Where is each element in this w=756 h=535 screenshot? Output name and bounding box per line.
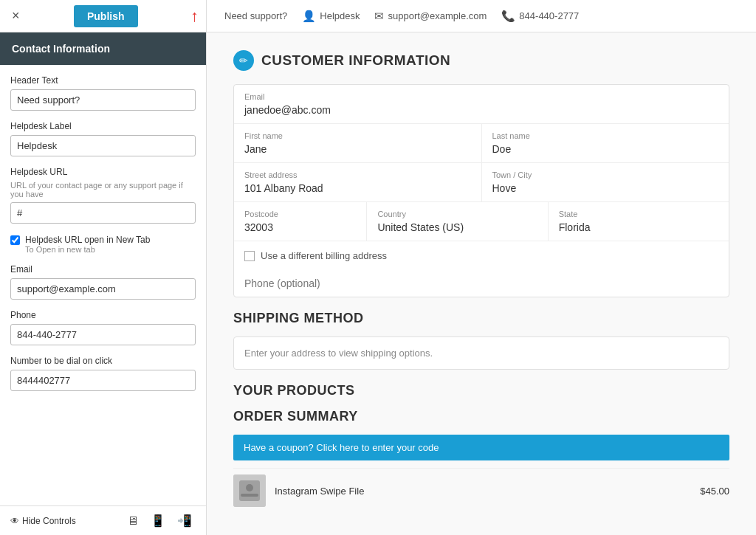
helpdesk-newtab-label: Helpdesk URL open in New Tab	[25, 235, 150, 245]
helpdesk-url-group: Helpdesk URL URL of your contact page or…	[10, 167, 196, 224]
sidebar-title: Contact Information	[0, 32, 206, 65]
header-text-label: Header Text	[10, 75, 196, 86]
email-field: Email janedoe@abc.com	[234, 85, 729, 123]
street-field: Street address 101 Albany Road	[234, 163, 482, 201]
pencil-icon: ✏	[239, 55, 248, 66]
eye-icon: 👁	[10, 516, 19, 526]
email-field-value[interactable]: janedoe@abc.com	[244, 104, 718, 116]
hide-controls-label: Hide Controls	[22, 516, 76, 526]
person-icon: 👤	[302, 10, 316, 23]
helpdesk-label-group: Helpdesk Label	[10, 121, 196, 156]
shipping-placeholder: Enter your address to view shipping opti…	[233, 336, 729, 370]
header-text-group: Header Text	[10, 75, 196, 111]
customer-section-header: ✏ CUSTOMER INFORMATION	[233, 50, 729, 71]
product-row: Instagram Swipe File $45.00	[233, 468, 729, 513]
last-name-value[interactable]: Doe	[492, 143, 719, 155]
customer-form-card: Email janedoe@abc.com First name Jane La…	[233, 84, 729, 297]
email-label: Email	[10, 264, 196, 275]
support-phone[interactable]: 844-440-2777	[519, 10, 579, 21]
street-label: Street address	[244, 170, 471, 179]
town-value[interactable]: Hove	[492, 182, 719, 194]
helpdesk-label-label: Helpdesk Label	[10, 121, 196, 131]
svg-point-2	[246, 484, 253, 491]
support-email[interactable]: support@example.com	[388, 10, 487, 21]
state-label: State	[559, 210, 718, 218]
helpdesk-url-hint: URL of your contact page or any support …	[10, 181, 196, 199]
header-text-input[interactable]	[10, 89, 196, 111]
billing-row: Use a different billing address	[234, 241, 729, 270]
sidebar-bottom-bar: 👁 Hide Controls 🖥 📱 📲	[0, 505, 206, 535]
email-item: ✉ support@example.com	[374, 10, 487, 23]
close-button[interactable]: ×	[7, 7, 24, 25]
dial-group: Number to be dial on click	[10, 356, 196, 391]
email-row: Email janedoe@abc.com	[234, 85, 729, 124]
phone-field-input[interactable]	[244, 277, 718, 289]
billing-checkbox[interactable]	[244, 251, 255, 261]
helpdesk-label[interactable]: Helpdesk	[320, 10, 360, 21]
product-name: Instagram Swipe File	[275, 486, 691, 497]
phone-field	[234, 270, 729, 297]
phone-group: Phone	[10, 310, 196, 345]
postcode-label: Postcode	[244, 210, 356, 218]
location-row: Postcode 32003 Country United States (US…	[234, 202, 729, 241]
helpdesk-item: 👤 Helpdesk	[302, 10, 360, 23]
content-area: ✏ CUSTOMER INFORMATION Email janedoe@abc…	[207, 32, 756, 535]
helpdesk-url-input[interactable]	[10, 202, 196, 224]
town-label: Town / City	[492, 170, 719, 179]
state-value[interactable]: Florida	[559, 221, 718, 233]
top-bar: Need support? 👤 Helpdesk ✉ support@examp…	[207, 0, 756, 32]
postcode-field: Postcode 32003	[234, 202, 367, 241]
phone-label: Phone	[10, 310, 196, 320]
support-text: Need support?	[224, 10, 287, 21]
country-field: Country United States (US)	[367, 202, 548, 241]
billing-label: Use a different billing address	[261, 250, 387, 261]
phone-input[interactable]	[10, 324, 196, 345]
postcode-value[interactable]: 32003	[244, 221, 356, 233]
desktop-icon[interactable]: 🖥	[123, 513, 142, 529]
country-value[interactable]: United States (US)	[377, 221, 537, 233]
helpdesk-newtab-checkbox[interactable]	[10, 235, 20, 245]
order-title: ORDER SUMMARY	[233, 409, 729, 424]
publish-button[interactable]: Publish	[74, 5, 138, 27]
helpdesk-newtab-sub: To Open in new tab	[25, 245, 150, 254]
street-value[interactable]: 101 Albany Road	[244, 182, 471, 194]
shipping-title: SHIPPING METHOD	[233, 311, 729, 326]
email-field-label: Email	[244, 92, 718, 101]
helpdesk-url-label: Helpdesk URL	[10, 167, 196, 177]
sidebar-content: Header Text Helpdesk Label Helpdesk URL …	[0, 65, 206, 505]
dial-label: Number to be dial on click	[10, 356, 196, 366]
main-content: Need support? 👤 Helpdesk ✉ support@examp…	[207, 0, 756, 535]
svg-rect-3	[241, 494, 258, 497]
product-image-svg	[233, 474, 266, 507]
last-name-label: Last name	[492, 131, 719, 140]
hide-controls-button[interactable]: 👁 Hide Controls	[10, 516, 76, 526]
first-name-field: First name Jane	[234, 124, 482, 162]
mobile-icon[interactable]: 📲	[173, 512, 196, 529]
first-name-label: First name	[244, 131, 471, 140]
helpdesk-newtab-group: Helpdesk URL open in New Tab To Open in …	[10, 234, 196, 254]
tablet-icon[interactable]: 📱	[147, 512, 169, 529]
phone-row	[234, 270, 729, 297]
dial-input[interactable]	[10, 370, 196, 391]
name-row: First name Jane Last name Doe	[234, 124, 729, 163]
product-thumbnail	[233, 474, 266, 507]
email-input[interactable]	[10, 278, 196, 300]
country-label: Country	[377, 210, 537, 218]
phone-icon: 📞	[501, 10, 515, 23]
state-field: State Florida	[549, 202, 729, 241]
sidebar: × Publish ↑ Contact Information Header T…	[0, 0, 207, 535]
phone-item: 📞 844-440-2777	[501, 10, 579, 23]
customer-section-icon: ✏	[233, 50, 254, 71]
helpdesk-newtab-row: Helpdesk URL open in New Tab To Open in …	[10, 234, 196, 254]
customer-section-title: CUSTOMER INFORMATION	[261, 52, 450, 69]
last-name-field: Last name Doe	[482, 124, 729, 162]
address-row: Street address 101 Albany Road Town / Ci…	[234, 163, 729, 202]
product-price: $45.00	[700, 486, 729, 497]
helpdesk-label-input[interactable]	[10, 135, 196, 156]
town-field: Town / City Hove	[482, 163, 729, 201]
up-arrow-icon: ↑	[190, 7, 199, 26]
coupon-banner[interactable]: Have a coupon? Click here to enter your …	[233, 435, 729, 460]
first-name-value[interactable]: Jane	[244, 143, 471, 155]
envelope-icon: ✉	[374, 10, 384, 23]
products-title: YOUR PRODUCTS	[233, 383, 729, 398]
